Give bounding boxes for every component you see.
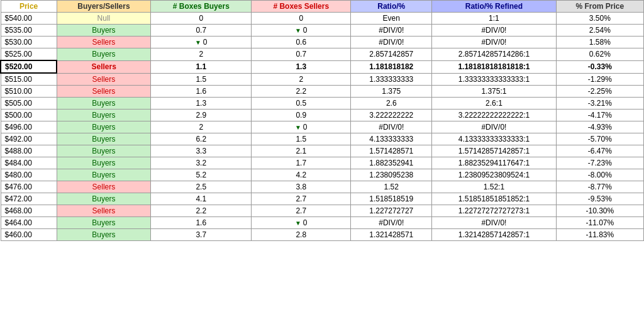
- from-price-cell: -4.17%: [556, 110, 643, 121]
- from-price-cell: -3.21%: [556, 98, 643, 110]
- buyers-sellers-cell: Buyers: [57, 98, 151, 110]
- boxes-buyers-cell: 2: [151, 121, 252, 133]
- ratio-refined-cell: 1.375:1: [432, 86, 556, 98]
- ratio-refined-cell: 1.22727272727273:1: [432, 205, 556, 217]
- table-row: $472.00Buyers4.12.71.5185185191.51851851…: [1, 193, 644, 205]
- boxes-buyers-cell: 3.2: [151, 157, 252, 169]
- table-row: $520.00Sellers1.11.31.1818181821.1818181…: [1, 60, 644, 73]
- buyers-sellers-cell: Buyers: [57, 25, 151, 37]
- buyers-sellers-cell: Sellers: [57, 73, 151, 86]
- ratio-refined-cell: 4.13333333333333:1: [432, 133, 556, 145]
- from-price-cell: 2.54%: [556, 25, 643, 37]
- buyers-sellers-cell: Null: [57, 13, 151, 25]
- boxes-sellers-cell: 0.7: [252, 48, 351, 61]
- ratio-cell: #DIV/0!: [351, 37, 432, 48]
- buyers-sellers-cell: Buyers: [57, 48, 151, 61]
- price-cell: $510.00: [1, 86, 57, 98]
- table-row: $525.00Buyers20.72.8571428572.8571428571…: [1, 48, 644, 61]
- boxes-sellers-cell: 0.5: [252, 98, 351, 110]
- table-row: $460.00Buyers3.72.81.3214285711.32142857…: [1, 229, 644, 241]
- table-row: $484.00Buyers3.21.71.8823529411.88235294…: [1, 157, 644, 169]
- ratio-cell: 1.227272727: [351, 205, 432, 217]
- ratio-cell: 1.518518519: [351, 193, 432, 205]
- buyers-sellers-cell: Buyers: [57, 169, 151, 181]
- from-price-cell: -5.70%: [556, 133, 643, 145]
- ratio-cell: 3.222222222: [351, 110, 432, 121]
- from-price-cell: 3.50%: [556, 13, 643, 25]
- price-cell: $492.00: [1, 133, 57, 145]
- from-price-cell: -4.93%: [556, 121, 643, 133]
- boxes-buyers-cell: 1.6: [151, 86, 252, 98]
- from-price-cell: 0.62%: [556, 48, 643, 61]
- ratio-cell: 1.52: [351, 181, 432, 193]
- from-price-cell: -9.53%: [556, 193, 643, 205]
- column-header---boxes-sellers: # Boxes Sellers: [252, 1, 351, 13]
- price-cell: $500.00: [1, 110, 57, 121]
- boxes-buyers-cell: 1.6: [151, 217, 252, 229]
- ratio-refined-cell: 3.22222222222222:1: [432, 110, 556, 121]
- boxes-sellers-cell: 1.3: [252, 60, 351, 73]
- boxes-buyers-cell: 3.3: [151, 145, 252, 157]
- column-header-ratio---refined: Ratio/% Refined: [432, 1, 556, 13]
- boxes-buyers-cell: 2: [151, 48, 252, 61]
- boxes-buyers-cell: 2.5: [151, 181, 252, 193]
- price-cell: $480.00: [1, 169, 57, 181]
- table-row: $496.00Buyers2▼ 0#DIV/0!#DIV/0!-4.93%: [1, 121, 644, 133]
- table-row: $488.00Buyers3.32.11.5714285711.57142857…: [1, 145, 644, 157]
- ratio-refined-cell: 1:1: [432, 13, 556, 25]
- price-cell: $464.00: [1, 217, 57, 229]
- ratio-refined-cell: 1.57142857142857:1: [432, 145, 556, 157]
- boxes-buyers-cell: 6.2: [151, 133, 252, 145]
- ratio-refined-cell: 1.52:1: [432, 181, 556, 193]
- boxes-buyers-cell: 0: [151, 13, 252, 25]
- table-row: $480.00Buyers5.24.21.2380952381.23809523…: [1, 169, 644, 181]
- price-cell: $484.00: [1, 157, 57, 169]
- boxes-buyers-cell: 2.9: [151, 110, 252, 121]
- table-row: $530.00Sellers▼ 00.6#DIV/0!#DIV/0!1.58%: [1, 37, 644, 48]
- boxes-sellers-cell: ▼ 0: [252, 121, 351, 133]
- boxes-sellers-cell: 2.1: [252, 145, 351, 157]
- boxes-buyers-cell: 3.7: [151, 229, 252, 241]
- boxes-sellers-cell: 0.9: [252, 110, 351, 121]
- boxes-buyers-cell: 1.1: [151, 60, 252, 73]
- ratio-refined-cell: 1.32142857142857:1: [432, 229, 556, 241]
- from-price-cell: -8.00%: [556, 169, 643, 181]
- price-cell: $535.00: [1, 25, 57, 37]
- price-cell: $505.00: [1, 98, 57, 110]
- boxes-sellers-cell: 2.8: [252, 229, 351, 241]
- ratio-refined-cell: #DIV/0!: [432, 121, 556, 133]
- price-cell: $540.00: [1, 13, 57, 25]
- from-price-cell: 1.58%: [556, 37, 643, 48]
- boxes-sellers-cell: 0.6: [252, 37, 351, 48]
- price-cell: $468.00: [1, 205, 57, 217]
- buyers-sellers-cell: Buyers: [57, 157, 151, 169]
- ratio-refined-cell: 1.51851851851852:1: [432, 193, 556, 205]
- table-row: $476.00Sellers2.53.81.521.52:1-8.77%: [1, 181, 644, 193]
- buyers-sellers-cell: Buyers: [57, 133, 151, 145]
- boxes-sellers-cell: 2.7: [252, 193, 351, 205]
- buyers-sellers-cell: Sellers: [57, 86, 151, 98]
- price-cell: $515.00: [1, 73, 57, 86]
- from-price-cell: -11.83%: [556, 229, 643, 241]
- boxes-buyers-cell: 2.2: [151, 205, 252, 217]
- boxes-buyers-cell: ▼ 0: [151, 37, 252, 48]
- column-header---boxes-buyers: # Boxes Buyers: [151, 1, 252, 13]
- from-price-cell: -10.30%: [556, 205, 643, 217]
- boxes-buyers-cell: 4.1: [151, 193, 252, 205]
- table-row: $540.00Null00Even1:13.50%: [1, 13, 644, 25]
- boxes-sellers-cell: 1.5: [252, 133, 351, 145]
- from-price-cell: -6.47%: [556, 145, 643, 157]
- ratio-cell: 1.181818182: [351, 60, 432, 73]
- boxes-buyers-cell: 1.5: [151, 73, 252, 86]
- price-cell: $476.00: [1, 181, 57, 193]
- boxes-buyers-cell: 0.7: [151, 25, 252, 37]
- ratio-cell: 1.375: [351, 86, 432, 98]
- buyers-sellers-cell: Sellers: [57, 60, 151, 73]
- column-header-ratio--: Ratio/%: [351, 1, 432, 13]
- buyers-sellers-cell: Sellers: [57, 181, 151, 193]
- table-body: $540.00Null00Even1:13.50%$535.00Buyers0.…: [1, 13, 644, 241]
- buyers-sellers-cell: Sellers: [57, 37, 151, 48]
- boxes-sellers-cell: ▼ 0: [252, 25, 351, 37]
- ratio-cell: 2.6: [351, 98, 432, 110]
- boxes-buyers-cell: 5.2: [151, 169, 252, 181]
